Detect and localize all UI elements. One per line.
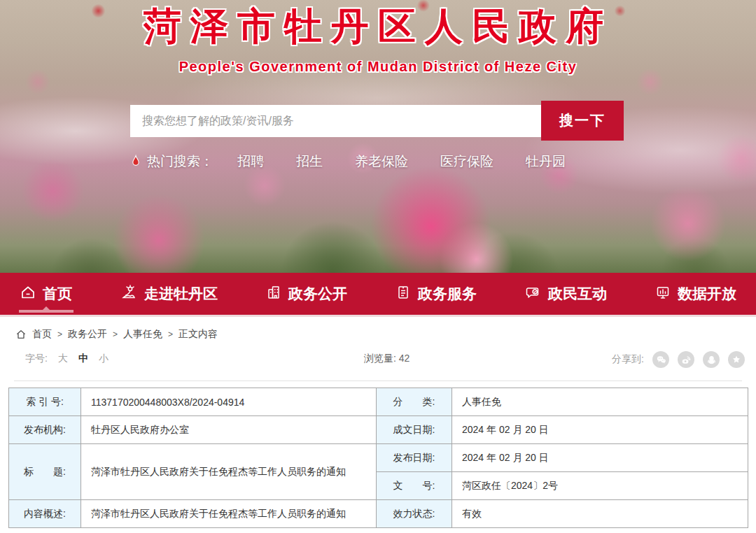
government-building-icon (265, 284, 282, 304)
index-number-label: 索 引 号: (9, 388, 81, 416)
breadcrumb-item-personnel[interactable]: 人事任免 (123, 328, 162, 341)
font-size-large[interactable]: 大 (58, 353, 68, 365)
content-divider (14, 381, 742, 381)
active-underline (19, 310, 74, 313)
doc-number-label: 文 号: (377, 472, 452, 500)
publish-date-label: 发布日期: (377, 444, 452, 472)
index-number-value: 1137170200448003X8/2024-04914 (81, 388, 377, 416)
table-row: 索 引 号: 1137170200448003X8/2024-04914 分 类… (9, 388, 748, 416)
nav-item-label: 政务服务 (418, 284, 477, 304)
issuing-agency-label: 发布机构: (9, 416, 81, 444)
nav-item-home[interactable]: 首页 (20, 273, 72, 315)
search-button[interactable]: 搜一下 (541, 101, 624, 141)
doc-number-value: 菏区政任〔2024〕2号 (452, 472, 748, 500)
search-input[interactable] (130, 105, 541, 137)
nav-item-public-interaction[interactable]: 政民互动 (524, 273, 607, 315)
font-size-small[interactable]: 小 (99, 353, 108, 365)
hot-search-link-pension[interactable]: 养老保险 (355, 152, 408, 171)
home-icon (20, 284, 36, 304)
breadcrumb-separator: > (168, 329, 173, 339)
article-toolbar: 字号: 大 中 小 浏览量: 42 分享到: (0, 351, 756, 369)
weibo-icon[interactable] (678, 351, 694, 368)
hot-search-row: 热门搜索： 招聘 招生 养老保险 医疗保险 牡丹园 (129, 152, 598, 171)
publish-date-value: 2024 年 02 月 20 日 (452, 444, 748, 472)
table-row: 发布机构: 牡丹区人民政府办公室 成文日期: 2024 年 02 月 20 日 (9, 416, 748, 444)
category-label: 分 类: (377, 388, 452, 416)
summary-value: 菏泽市牡丹区人民政府关于任免程杰等工作人员职务的通知 (81, 500, 377, 528)
font-size-control: 字号: 大 中 小 (25, 353, 108, 365)
title-label: 标 题: (9, 444, 81, 500)
nav-item-label: 走进牡丹区 (144, 284, 218, 304)
nav-item-label: 政务公开 (288, 284, 347, 304)
qq-icon[interactable] (703, 351, 720, 368)
view-count-value: 42 (399, 353, 410, 364)
font-size-label: 字号: (25, 353, 48, 365)
flame-icon (129, 154, 143, 169)
title-value: 菏泽市牡丹区人民政府关于任免程杰等工作人员职务的通知 (81, 444, 377, 500)
breadcrumb-item-gov-disclosure[interactable]: 政务公开 (68, 328, 107, 341)
hot-search-link-enroll[interactable]: 招生 (296, 152, 323, 171)
search-bar: 搜一下 (130, 101, 624, 141)
nav-item-gov-disclosure[interactable]: 政务公开 (265, 273, 347, 315)
nav-item-label: 数据开放 (678, 284, 736, 304)
document-metadata-table: 索 引 号: 1137170200448003X8/2024-04914 分 类… (8, 388, 748, 528)
breadcrumb-separator: > (57, 329, 62, 339)
breadcrumb-home-icon (15, 329, 27, 340)
hot-search-link-recruit[interactable]: 招聘 (237, 152, 264, 171)
table-row: 标 题: 菏泽市牡丹区人民政府关于任免程杰等工作人员职务的通知 发布日期: 20… (9, 444, 748, 472)
peony-landmark-icon (120, 284, 138, 304)
main-navbar: 首页 走进牡丹区 政务公开 政务服务 (0, 273, 756, 315)
site-header-banner: 菏泽市牡丹区人民政府 People's Government of Mudan … (0, 0, 756, 273)
nav-item-label: 政民互动 (548, 284, 607, 304)
validity-status-label: 效力状态: (377, 500, 452, 528)
data-chart-icon (654, 284, 671, 304)
breadcrumb-separator: > (113, 329, 118, 339)
share-label: 分享到: (612, 353, 644, 366)
written-date-value: 2024 年 02 月 20 日 (452, 416, 748, 444)
view-count-label: 浏览量: (364, 353, 396, 364)
document-icon (395, 284, 412, 304)
nav-item-label: 首页 (43, 284, 72, 304)
chat-interaction-icon (524, 284, 542, 304)
star-icon[interactable] (728, 351, 745, 368)
font-size-medium[interactable]: 中 (78, 353, 88, 365)
hot-search-label: 热门搜索： (147, 152, 214, 171)
table-row: 内容概述: 菏泽市牡丹区人民政府关于任免程杰等工作人员职务的通知 效力状态: 有… (9, 500, 748, 528)
written-date-label: 成文日期: (377, 416, 452, 444)
breadcrumb-item-home[interactable]: 首页 (32, 328, 52, 341)
view-count: 浏览量: 42 (364, 353, 410, 365)
site-title: 菏泽市牡丹区人民政府 (0, 1, 756, 52)
hot-search-link-peony-park[interactable]: 牡丹园 (526, 152, 566, 171)
nav-item-gov-services[interactable]: 政务服务 (395, 273, 477, 315)
page: 菏泽市牡丹区人民政府 People's Government of Mudan … (0, 0, 756, 533)
nav-item-open-data[interactable]: 数据开放 (654, 273, 736, 315)
category-value: 人事任免 (452, 388, 748, 416)
wechat-icon[interactable] (652, 351, 669, 368)
validity-status-value: 有效 (452, 500, 748, 528)
nav-item-about-mudan[interactable]: 走进牡丹区 (120, 273, 218, 315)
issuing-agency-value: 牡丹区人民政府办公室 (81, 416, 377, 444)
breadcrumb-item-current: 正文内容 (178, 328, 218, 341)
breadcrumb: 首页 > 政务公开 > 人事任免 > 正文内容 (15, 327, 756, 341)
site-subtitle-english: People's Government of Mudan District of… (0, 59, 756, 75)
summary-label: 内容概述: (9, 500, 81, 528)
hot-search-link-medical[interactable]: 医疗保险 (440, 152, 493, 171)
share-bar: 分享到: (612, 351, 745, 368)
